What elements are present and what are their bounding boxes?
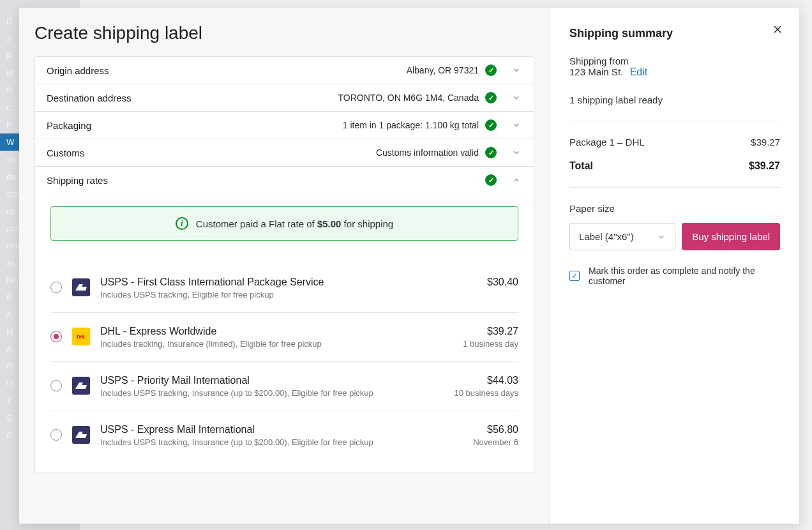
summary-title: Shipping summary bbox=[569, 27, 780, 40]
info-banner: i Customer paid a Flat rate of $5.00 for… bbox=[50, 206, 518, 241]
section-rates: Shipping rates ✓ i Customer paid a Flat … bbox=[35, 167, 534, 473]
chevron-down-icon bbox=[511, 147, 522, 158]
section-value: TORONTO, ON M6G 1M4, Canada bbox=[338, 93, 479, 103]
rate-description: Includes tracking, Insurance (limited), … bbox=[100, 339, 453, 349]
radio-button[interactable] bbox=[50, 429, 62, 441]
rate-price: $39.27 bbox=[463, 326, 518, 337]
check-icon: ✓ bbox=[485, 147, 497, 158]
rate-option[interactable]: USPS - Express Mail InternationalInclude… bbox=[50, 411, 518, 460]
section-customs[interactable]: Customs Customs information valid ✓ bbox=[35, 139, 534, 167]
rate-name: USPS - Priority Mail International bbox=[100, 375, 444, 386]
close-button[interactable] bbox=[770, 22, 785, 37]
summary-row: Package 1 – DHL $39.27 bbox=[569, 121, 780, 153]
section-label: Shipping rates bbox=[47, 175, 479, 186]
left-panel: Create shipping label Origin address Alb… bbox=[19, 8, 550, 524]
page-title: Create shipping label bbox=[19, 8, 550, 56]
rate-description: Includes USPS tracking, Eligible for fre… bbox=[100, 290, 477, 299]
mark-complete-row[interactable]: ✓ Mark this order as complete and notify… bbox=[569, 266, 780, 286]
section-label: Customs bbox=[47, 148, 370, 158]
total-label: Total bbox=[569, 160, 593, 172]
section-packaging[interactable]: Packaging 1 item in 1 package: 1.100 kg … bbox=[35, 112, 534, 139]
usps-logo-icon bbox=[72, 426, 90, 444]
section-rates-header[interactable]: Shipping rates ✓ bbox=[35, 167, 534, 193]
shipping-label-modal: Create shipping label Origin address Alb… bbox=[19, 8, 799, 524]
package-label: Package 1 – DHL bbox=[569, 137, 645, 148]
dhl-logo-icon: DHL bbox=[72, 328, 90, 345]
chevron-down-icon bbox=[657, 232, 666, 241]
total-price: $39.27 bbox=[749, 160, 780, 172]
usps-logo-icon bbox=[72, 278, 90, 296]
rate-eta: 10 business days bbox=[455, 388, 518, 398]
summary-total: Total $39.27 bbox=[569, 153, 780, 188]
check-icon: ✓ bbox=[485, 64, 497, 76]
section-value: 1 item in 1 package: 1.100 kg total bbox=[343, 120, 479, 130]
rate-price: $44.03 bbox=[455, 375, 518, 386]
section-origin[interactable]: Origin address Albany, OR 97321 ✓ bbox=[35, 57, 534, 84]
right-panel: Shipping summary Shipping from 123 Main … bbox=[550, 8, 799, 524]
rate-name: USPS - First Class International Package… bbox=[100, 276, 477, 288]
check-icon: ✓ bbox=[485, 119, 497, 131]
rate-description: Includes USPS tracking, Insurance (up to… bbox=[100, 388, 444, 398]
section-value: Albany, OR 97321 bbox=[407, 65, 479, 75]
rate-eta: 1 business day bbox=[463, 339, 518, 349]
ship-from-label: Shipping from bbox=[569, 56, 780, 66]
rates-body: i Customer paid a Flat rate of $5.00 for… bbox=[35, 193, 534, 473]
section-label: Packaging bbox=[47, 120, 336, 131]
rate-option[interactable]: USPS - Priority Mail InternationalInclud… bbox=[50, 362, 518, 411]
chevron-down-icon bbox=[511, 92, 522, 103]
rate-description: Includes USPS tracking, Insurance (up to… bbox=[100, 437, 463, 447]
section-value: Customs information valid bbox=[376, 148, 479, 158]
buy-shipping-label-button[interactable]: Buy shipping label bbox=[682, 223, 780, 250]
accordion: Origin address Albany, OR 97321 ✓ Destin… bbox=[34, 56, 534, 473]
ready-text: 1 shipping label ready bbox=[569, 95, 780, 121]
banner-text: Customer paid a Flat rate of $5.00 for s… bbox=[196, 218, 393, 229]
rate-name: USPS - Express Mail International bbox=[100, 424, 463, 435]
rate-price: $30.40 bbox=[487, 276, 518, 288]
section-label: Destination address bbox=[47, 93, 332, 103]
check-icon: ✓ bbox=[485, 174, 497, 186]
check-icon: ✓ bbox=[485, 92, 497, 103]
section-destination[interactable]: Destination address TORONTO, ON M6G 1M4,… bbox=[35, 84, 534, 112]
rates-list: USPS - First Class International Package… bbox=[50, 264, 518, 460]
chevron-down-icon bbox=[511, 119, 522, 131]
chevron-up-icon bbox=[511, 174, 522, 186]
radio-button[interactable] bbox=[50, 380, 62, 391]
usps-logo-icon bbox=[72, 377, 90, 395]
chevron-down-icon bbox=[511, 64, 522, 76]
rate-name: DHL - Express Worldwide bbox=[100, 326, 453, 337]
radio-button[interactable] bbox=[50, 331, 62, 342]
rate-price: $56.80 bbox=[473, 424, 518, 435]
rate-eta: November 6 bbox=[473, 437, 518, 447]
checkbox-icon[interactable]: ✓ bbox=[569, 271, 580, 281]
ship-from-address: 123 Main St. bbox=[569, 66, 623, 77]
paper-size-label: Paper size bbox=[569, 203, 780, 214]
info-icon: i bbox=[176, 217, 188, 230]
section-label: Origin address bbox=[47, 65, 400, 76]
rate-option[interactable]: USPS - First Class International Package… bbox=[50, 264, 518, 313]
radio-button[interactable] bbox=[50, 282, 62, 293]
mark-complete-label: Mark this order as complete and notify t… bbox=[589, 266, 780, 286]
paper-size-select[interactable]: Label (4"x6") bbox=[569, 223, 675, 250]
edit-link[interactable]: Edit bbox=[630, 66, 648, 77]
rate-option[interactable]: DHLDHL - Express WorldwideIncludes track… bbox=[50, 313, 518, 362]
package-price: $39.27 bbox=[751, 137, 780, 148]
